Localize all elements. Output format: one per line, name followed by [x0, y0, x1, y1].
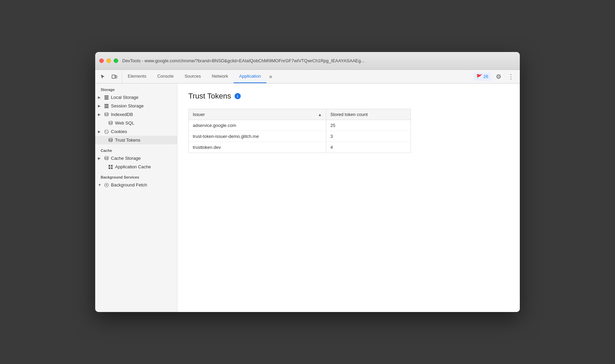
info-icon[interactable]: i	[235, 93, 241, 99]
count-cell: 4	[326, 142, 411, 153]
svg-rect-18	[111, 165, 113, 167]
chevron-right-icon: ▶	[98, 95, 102, 99]
count-cell: 25	[326, 120, 411, 131]
chevron-right-icon: ▶	[98, 113, 102, 116]
svg-rect-0	[112, 75, 115, 78]
session-storage-label: Session Storage	[111, 103, 174, 108]
svg-point-11	[105, 131, 106, 131]
sidebar-item-cookies[interactable]: ▶ Cookies	[95, 127, 177, 136]
col-header-token-count[interactable]: Stored token count	[326, 109, 411, 120]
titlebar: DevTools - www.google.com/chrome/?brand=…	[95, 52, 520, 70]
trust-tokens-icon	[108, 138, 113, 143]
trust-tokens-label: Trust Tokens	[115, 138, 174, 143]
application-cache-icon	[108, 165, 113, 169]
svg-point-13	[106, 132, 106, 133]
cookies-label: Cookies	[111, 129, 174, 134]
devtools-body: Storage ▶ Local Storage ▶ Session Storag…	[95, 83, 520, 312]
more-tabs-button[interactable]: »	[266, 70, 275, 83]
application-cache-label: Application Cache	[115, 164, 174, 169]
tab-network[interactable]: Network	[206, 70, 234, 83]
svg-point-15	[109, 138, 112, 140]
sidebar-item-websql[interactable]: ▶ Web SQL	[95, 119, 177, 127]
panel-title: Trust Tokens	[188, 92, 231, 101]
issuer-cell: trusttoken.dev	[189, 142, 326, 153]
toolbar-right: 🚩 26 ⚙ ⋮	[469, 70, 520, 83]
local-storage-icon	[104, 95, 109, 100]
devtools-window: DevTools - www.google.com/chrome/?brand=…	[95, 52, 520, 312]
background-fetch-icon	[104, 183, 109, 187]
issues-badge-button[interactable]: 🚩 26	[474, 73, 491, 81]
sidebar-item-cache-storage[interactable]: ▶ Cache Storage	[95, 154, 177, 162]
sidebar-item-trust-tokens[interactable]: ▶ Trust Tokens	[95, 136, 177, 144]
tab-console[interactable]: Console	[152, 70, 179, 83]
tab-elements[interactable]: Elements	[122, 70, 152, 83]
session-storage-icon	[104, 104, 109, 108]
cache-storage-label: Cache Storage	[111, 156, 174, 161]
flag-icon: 🚩	[476, 74, 482, 79]
svg-rect-4	[104, 99, 109, 100]
cookies-icon	[104, 129, 109, 134]
storage-section-header: Storage	[95, 83, 177, 93]
indexeddb-label: IndexedDB	[111, 112, 174, 117]
settings-button[interactable]: ⚙	[494, 72, 503, 81]
panel-title-container: Trust Tokens i	[188, 92, 509, 101]
minimize-button[interactable]	[106, 58, 111, 63]
svg-point-14	[107, 132, 108, 132]
table-row[interactable]: trusttoken.dev 4	[189, 142, 411, 153]
svg-rect-1	[115, 76, 117, 78]
svg-rect-5	[104, 104, 109, 105]
issuer-cell: trust-token-issuer-demo.glitch.me	[189, 131, 326, 142]
svg-rect-3	[104, 97, 109, 98]
svg-rect-20	[111, 167, 113, 169]
cursor-icon[interactable]	[98, 72, 108, 81]
sidebar-item-application-cache[interactable]: ▶ Application Cache	[95, 162, 177, 171]
svg-rect-6	[104, 105, 109, 106]
chevron-down-icon: ▼	[98, 183, 102, 187]
tab-application[interactable]: Application	[234, 70, 266, 83]
cache-section-header: Cache	[95, 144, 177, 154]
svg-point-12	[107, 131, 108, 132]
svg-rect-19	[109, 167, 110, 169]
background-section-header: Background Services	[95, 171, 177, 181]
sidebar-item-session-storage[interactable]: ▶ Session Storage	[95, 102, 177, 110]
tabs-container: Elements Console Sources Network Applica…	[122, 70, 469, 83]
sidebar: Storage ▶ Local Storage ▶ Session Storag…	[95, 83, 177, 312]
count-cell: 3	[326, 131, 411, 142]
chevron-right-icon: ▶	[98, 156, 102, 160]
sort-arrow-icon: ▲	[318, 113, 322, 117]
svg-point-9	[109, 121, 112, 122]
websql-icon	[108, 121, 113, 126]
sidebar-item-local-storage[interactable]: ▶ Local Storage	[95, 93, 177, 102]
more-options-button[interactable]: ⋮	[506, 72, 516, 81]
traffic-lights	[99, 58, 118, 63]
close-button[interactable]	[99, 58, 104, 63]
local-storage-label: Local Storage	[111, 95, 174, 100]
device-toolbar-icon[interactable]	[110, 72, 119, 81]
trust-tokens-table: Issuer ▲ Stored token count adservice.go…	[188, 109, 411, 153]
table-header-row: Issuer ▲ Stored token count	[189, 109, 411, 120]
svg-point-16	[105, 156, 108, 158]
sidebar-item-background-fetch[interactable]: ▼ Background Fetch	[95, 181, 177, 189]
indexeddb-icon	[104, 112, 109, 117]
toolbar-icon-group	[95, 70, 122, 83]
devtools-toolbar: Elements Console Sources Network Applica…	[95, 70, 520, 83]
chevron-right-icon: ▶	[98, 104, 102, 108]
table-row[interactable]: adservice.google.com 25	[189, 120, 411, 131]
table-row[interactable]: trust-token-issuer-demo.glitch.me 3	[189, 131, 411, 142]
background-fetch-label: Background Fetch	[111, 182, 174, 187]
svg-rect-7	[104, 107, 109, 108]
main-panel: Trust Tokens i Issuer ▲ Stored token cou…	[177, 83, 520, 312]
websql-label: Web SQL	[115, 120, 174, 126]
svg-point-8	[105, 113, 108, 114]
svg-rect-17	[109, 165, 110, 167]
trust-tokens-table-body: adservice.google.com 25 trust-token-issu…	[189, 120, 411, 153]
sidebar-item-indexeddb[interactable]: ▶ IndexedDB	[95, 110, 177, 119]
cache-storage-icon	[104, 156, 109, 161]
svg-point-10	[105, 130, 109, 133]
col-header-issuer[interactable]: Issuer ▲	[189, 109, 326, 120]
window-title: DevTools - www.google.com/chrome/?brand=…	[122, 58, 516, 63]
maximize-button[interactable]	[114, 58, 118, 63]
tab-sources[interactable]: Sources	[179, 70, 206, 83]
svg-rect-2	[104, 95, 109, 96]
chevron-right-icon: ▶	[98, 130, 102, 133]
